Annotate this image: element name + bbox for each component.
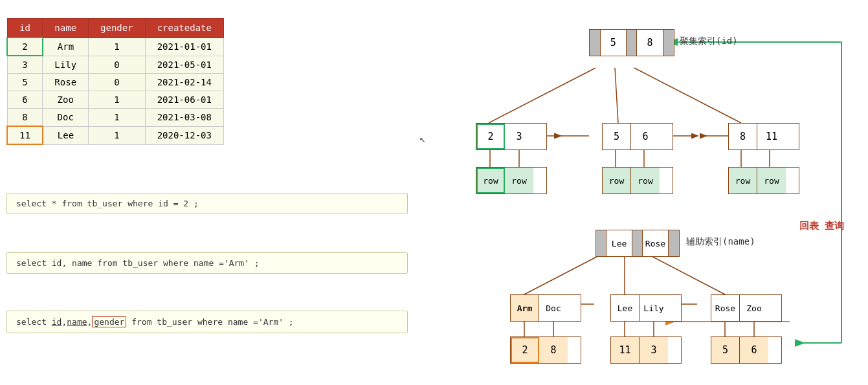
svg-line-1 xyxy=(615,68,618,123)
sec-rose: Rose xyxy=(711,295,740,321)
back-table-label: 回表 查询 xyxy=(799,220,844,232)
sec-lily: Lily xyxy=(640,295,668,321)
root-cell-5: 5 xyxy=(601,30,627,56)
ptr-cell xyxy=(596,230,606,256)
sec-arm: Arm xyxy=(511,295,539,321)
sql-gender: gender xyxy=(92,316,126,327)
sec-id-6: 6 xyxy=(740,337,768,363)
btree-area: 5 8 聚集索引(id) 2 3 5 6 8 11 row row row ro… xyxy=(375,0,867,385)
col-name: name xyxy=(43,19,89,38)
col-gender: gender xyxy=(89,19,146,38)
cell-8: 8 xyxy=(729,124,757,149)
cursor-pointer: ↖ xyxy=(419,133,426,145)
sql-text-2: select id, name from tb_user where name … xyxy=(16,258,260,268)
cell-11: 11 xyxy=(757,124,786,149)
level1-mid-node: 5 6 xyxy=(602,123,673,150)
cell-gender: 1 xyxy=(89,38,146,56)
sql-comma2: , xyxy=(87,317,93,327)
table-row: 6 Zoo 1 2021-06-01 xyxy=(7,91,223,109)
row-right-2: row xyxy=(757,168,786,193)
sec-left-node: Arm Doc xyxy=(510,294,581,322)
sec-lee: Lee xyxy=(611,295,640,321)
sec-id-3: 3 xyxy=(640,337,668,363)
row-mid-1: row xyxy=(603,168,631,193)
row-left-2: row xyxy=(505,168,533,193)
table-row: 11 Lee 1 2020-12-03 xyxy=(7,126,223,144)
sql-box-3: select id,name,gender from tb_user where… xyxy=(6,311,408,333)
root-node: 5 8 xyxy=(589,29,674,56)
ptr-cell xyxy=(627,30,638,56)
root-cell-8: 8 xyxy=(637,30,663,56)
sql-prefix: select xyxy=(16,317,52,327)
svg-line-0 xyxy=(489,68,595,123)
sql-box-2: select id, name from tb_user where name … xyxy=(6,252,408,274)
level1-right-node: 8 11 xyxy=(728,123,799,150)
sec-id-5: 5 xyxy=(711,337,740,363)
row-box-left: row row xyxy=(476,167,547,194)
sec-mid-node: Lee Lily xyxy=(610,294,682,322)
sql-id: id xyxy=(52,317,62,327)
row-mid-2: row xyxy=(631,168,660,193)
sql-name: name xyxy=(67,317,87,327)
col-id: id xyxy=(7,19,43,38)
data-table: id name gender createdate 2 Arm 1 2021-0… xyxy=(6,18,224,145)
sec-right-node: Rose Zoo xyxy=(711,294,782,322)
row-left-1: row xyxy=(476,168,505,193)
secondary-index-label: 辅助索引(name) xyxy=(686,236,755,248)
svg-line-2 xyxy=(634,68,741,123)
cell-name: Arm xyxy=(43,38,89,56)
cell-3: 3 xyxy=(505,124,533,149)
sec-ids-right: 5 6 xyxy=(711,336,782,364)
row-box-right: row row xyxy=(728,167,799,194)
table-row: 3 Lily 0 2021-05-01 xyxy=(7,56,223,74)
cell-date: 2021-01-01 xyxy=(145,38,223,56)
row-right-1: row xyxy=(729,168,757,193)
svg-line-19 xyxy=(644,252,725,294)
table-row: 5 Rose 0 2021-02-14 xyxy=(7,74,223,91)
ptr-cell xyxy=(663,30,674,56)
sec-zoo: Zoo xyxy=(740,295,768,321)
sql-text-1: select * from tb_user where id = 2 ; xyxy=(16,199,199,208)
ptr-cell xyxy=(669,230,679,256)
sec-id-11: 11 xyxy=(611,337,640,363)
sql-box-1: select * from tb_user where id = 2 ; xyxy=(6,193,408,214)
svg-line-17 xyxy=(524,252,605,294)
sec-id-8: 8 xyxy=(539,337,568,363)
row-box-mid: row row xyxy=(602,167,673,194)
sec-ids-mid: 11 3 xyxy=(610,336,682,364)
cell-6: 6 xyxy=(631,124,660,149)
ptr-cell xyxy=(632,230,643,256)
sec-ids-left: 2 8 xyxy=(510,336,581,364)
cell-id: 2 xyxy=(7,38,43,56)
col-createdate: createdate xyxy=(145,19,223,38)
table-row: 8 Doc 1 2021-03-08 xyxy=(7,109,223,127)
clustered-index-label: 聚集索引(id) xyxy=(680,36,738,47)
cell-5: 5 xyxy=(603,124,631,149)
level1-left-node: 2 3 xyxy=(476,123,547,150)
sec-root-lee: Lee xyxy=(606,230,632,256)
sec-root-node: Lee Rose xyxy=(595,230,680,257)
sec-root-rose: Rose xyxy=(643,230,669,256)
table-row: 2 Arm 1 2021-01-01 xyxy=(7,38,223,56)
sql-rest: from tb_user where name ='Arm' ; xyxy=(126,317,293,327)
sec-id-2: 2 xyxy=(511,337,539,363)
ptr-cell xyxy=(590,30,601,56)
sec-doc: Doc xyxy=(539,295,568,321)
cell-2: 2 xyxy=(476,124,505,149)
